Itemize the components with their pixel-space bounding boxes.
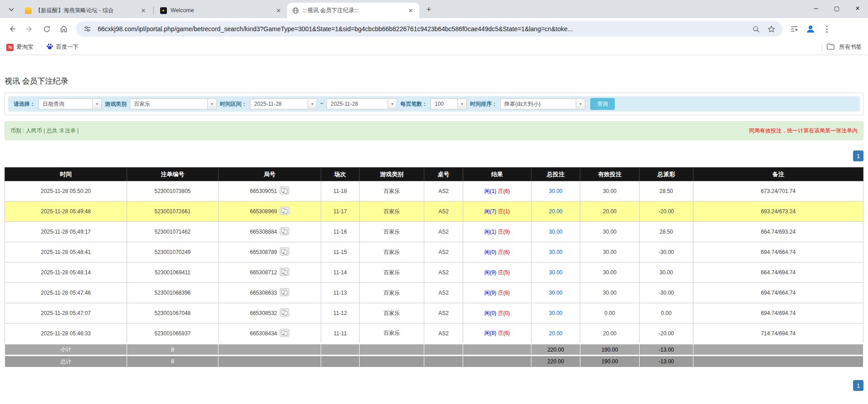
round-number: 665309051 — [250, 188, 277, 194]
table-row: 2025-11-28 05:49:48523001072661665308969… — [5, 202, 863, 222]
total-bet-link[interactable]: 20.00 — [549, 208, 562, 215]
tab-welcome[interactable]: ✦ Welcome ✕ — [155, 3, 287, 18]
url-text[interactable]: 66cxkj98.com/ipl/portal.php/game/betreco… — [98, 25, 746, 33]
time-sort-label: 时间排序： — [470, 100, 497, 108]
cell-empty — [321, 344, 360, 356]
cell-total-bet: 30.00 — [531, 181, 580, 202]
banker-result: 庄(6) — [498, 188, 510, 194]
reload-icon[interactable] — [39, 21, 54, 37]
total-bet-link[interactable]: 30.00 — [549, 229, 562, 235]
banker-result: 庄(0) — [498, 310, 510, 316]
cell-time: 2025-11-28 05:47:46 — [5, 283, 127, 303]
cell-result: 闲(0) 庄(6) — [463, 242, 531, 263]
site-info-icon[interactable] — [81, 23, 93, 35]
result-image-icon[interactable] — [280, 268, 289, 277]
column-header: 游戏类别 — [360, 168, 424, 181]
page-number-button[interactable]: 1 — [853, 150, 863, 161]
back-icon[interactable] — [5, 21, 20, 37]
bookmarks-separator — [822, 43, 822, 52]
tab-close-icon[interactable]: ✕ — [275, 6, 283, 14]
date-from-select[interactable]: 2025-11-28▼ — [250, 99, 317, 109]
result-image-icon[interactable] — [280, 329, 289, 338]
cell-empty — [693, 344, 863, 356]
forward-icon[interactable] — [22, 21, 37, 37]
all-bookmarks[interactable]: 所有书签 — [822, 43, 862, 52]
total-bet-link[interactable]: 30.00 — [549, 290, 562, 296]
cell-time: 2025-11-28 05:48:14 — [5, 263, 127, 283]
column-header: 备注 — [693, 168, 863, 181]
cell-round-id: 665308434 — [218, 324, 321, 344]
cell-bet-id: 523001073805 — [127, 181, 218, 202]
cell-empty — [360, 356, 424, 367]
cell-result: 闲(1) 庄(6) — [463, 181, 531, 202]
profile-avatar[interactable] — [803, 22, 818, 36]
round-number: 665308969 — [250, 208, 277, 215]
bookmark-star-icon[interactable] — [765, 23, 777, 35]
window-controls: ─ ▢ ✕ — [806, 0, 868, 16]
cell-empty — [360, 344, 424, 356]
cell-payout: 28.50 — [640, 222, 693, 242]
query-type-select[interactable]: 日期查询▼ — [38, 99, 102, 109]
column-header: 时间 — [5, 168, 127, 181]
total-bet-link[interactable]: 30.00 — [549, 188, 562, 194]
bookmark-baidu[interactable]: 百度一下 — [46, 43, 79, 52]
cell-session: 11-12 — [321, 303, 360, 324]
window-maximize-button[interactable]: ▢ — [826, 0, 847, 16]
window-close-button[interactable]: ✕ — [847, 0, 868, 16]
result-image-icon[interactable] — [280, 186, 289, 196]
total-bet-link[interactable]: 30.00 — [549, 249, 562, 255]
home-icon[interactable] — [56, 21, 71, 37]
total-bet-link[interactable]: 30.00 — [549, 269, 562, 276]
date-to-select[interactable]: 2025-11-28▼ — [327, 99, 397, 109]
cell-round-id: 665308789 — [218, 242, 321, 263]
tab-bet-records-active[interactable]: :::视讯 会员下注纪录::: ✕ — [287, 3, 419, 18]
search-button[interactable]: 查询 — [590, 98, 615, 110]
cell-game-type: 百家乐 — [360, 263, 424, 283]
cell-time: 2025-11-28 05:48:41 — [5, 242, 127, 263]
page-number-button[interactable]: 1 — [853, 380, 863, 391]
tab-close-icon[interactable]: ✕ — [407, 6, 415, 14]
result-image-icon[interactable] — [280, 308, 289, 318]
cell-session: 11-13 — [321, 283, 360, 303]
total-bet-link[interactable]: 20.00 — [549, 330, 562, 337]
result-image-icon[interactable] — [280, 227, 289, 237]
tab-forum[interactable]: 【新提醒】海燕策略论坛 - 综合 ✕ — [20, 3, 152, 18]
cell-empty — [424, 356, 463, 367]
zoom-magnifier-icon[interactable] — [750, 23, 762, 35]
total-bet-link[interactable]: 30.00 — [549, 310, 562, 316]
cell-note: 694.74/694.74 — [693, 303, 863, 324]
tab-title: Welcome — [171, 7, 271, 14]
new-tab-button[interactable]: + — [423, 4, 435, 15]
tab-close-icon[interactable]: ✕ — [139, 6, 147, 14]
bookmark-taobao[interactable]: 淘 爱淘宝 — [6, 43, 33, 51]
subtotal-row: 小计8220.00190.00-13.00 — [5, 344, 863, 356]
per-page-label: 每页笔数： — [400, 100, 427, 108]
casino-favicon-icon: ✦ — [160, 7, 167, 14]
round-number: 665308789 — [250, 249, 277, 255]
cell-note: 694.74/664.74 — [693, 242, 863, 263]
cell-note: 714.74/694.74 — [693, 324, 863, 344]
per-page-select[interactable]: 100▼ — [431, 99, 467, 109]
bookmark-label: 百度一下 — [56, 43, 79, 51]
cell-total-bet: 30.00 — [531, 222, 580, 242]
cell-session: 11-11 — [321, 324, 360, 344]
game-type-select[interactable]: 百家乐▼ — [130, 99, 217, 109]
cell-table-no: AS2 — [424, 283, 463, 303]
media-controls-icon[interactable] — [787, 22, 802, 36]
table-row: 2025-11-28 05:48:41523001070249665308789… — [5, 242, 863, 263]
result-image-icon[interactable] — [280, 288, 289, 298]
column-header: 注单编号 — [127, 168, 218, 181]
tab-strip-chevron-down-icon[interactable] — [5, 4, 17, 15]
time-sort-select[interactable]: 降幂(由大到小)▼ — [500, 99, 585, 109]
cell-empty — [463, 356, 531, 367]
address-bar[interactable]: 66cxkj98.com/ipl/portal.php/game/betreco… — [76, 21, 783, 37]
cell-total-bet: 20.00 — [531, 202, 580, 222]
browser-menu-icon[interactable] — [820, 22, 834, 36]
cell-sum-count: 8 — [127, 356, 218, 367]
result-image-icon[interactable] — [280, 247, 289, 257]
result-image-icon[interactable] — [280, 207, 289, 216]
cell-valid-bet: 30.00 — [580, 181, 640, 202]
cell-payout: -30.00 — [640, 242, 693, 263]
window-minimize-button[interactable]: ─ — [806, 0, 826, 16]
cell-empty — [218, 344, 321, 356]
